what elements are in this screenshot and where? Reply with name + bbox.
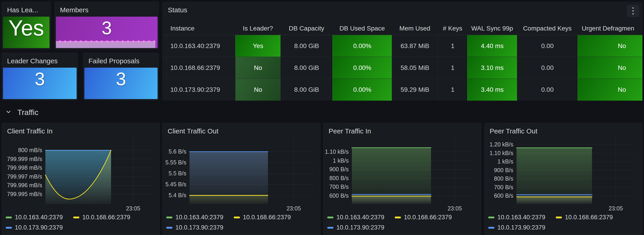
legend-item[interactable]: 10.0.173.90:2379 (6, 224, 69, 231)
stat-background: 3 (84, 68, 158, 99)
legend-series-swatch (234, 217, 240, 218)
table-cell: 0.00% (332, 57, 392, 79)
y-axis-tick-label: 900 B/s (484, 167, 513, 174)
column-header[interactable]: # Keys (438, 22, 467, 35)
column-header[interactable]: DB Used Space (332, 22, 392, 35)
table-cell: 8.00 GiB (280, 57, 332, 79)
legend-series-swatch (556, 217, 562, 218)
x-axis-tick-label: 23:05 (276, 205, 312, 212)
legend-item[interactable]: 10.0.163.40:2379 (166, 214, 230, 221)
legend-series-name: 10.0.173.90:2379 (175, 224, 223, 231)
panel-title: Leader Changes (7, 57, 58, 65)
table-cell: 8.00 GiB (280, 35, 332, 57)
legend-series-swatch (327, 217, 334, 218)
table-cell: 59.29 MiB (392, 79, 438, 101)
y-axis-tick-label: 1 kB/s (484, 158, 513, 165)
table-cell: 3.40 ms (467, 79, 517, 101)
table-cell: No (578, 57, 642, 79)
table-body: 10.0.163.40:2379Yes8.00 GiB0.00%63.87 Mi… (163, 35, 642, 100)
table-header-row: InstanceIs Leader?DB CapacityDB Used Spa… (163, 22, 642, 35)
legend-item[interactable]: 10.0.163.40:2379 (327, 214, 391, 221)
y-axis-tick-label: 1 kB/s (324, 157, 349, 164)
legend-series-swatch (166, 227, 172, 229)
chart-panel-client-traffic-in: Client Traffic In 800 mB/s799.999 mB/s79… (2, 123, 160, 235)
table-row: 10.0.163.40:2379Yes8.00 GiB0.00%63.87 Mi… (163, 35, 642, 57)
column-header[interactable]: WAL Sync 99p (467, 22, 517, 35)
column-header[interactable]: Instance (163, 22, 235, 35)
legend: 10.0.163.40:237910.0.168.66:237910.0.173… (6, 214, 136, 234)
y-axis-tick-label: 900 B/s (324, 166, 349, 173)
legend-series-name: 10.0.168.66:2379 (243, 214, 291, 221)
column-header[interactable]: DB Capacity (280, 22, 332, 35)
column-header[interactable]: Compacted Keys (517, 22, 578, 35)
x-axis-tick-label: 23:05 (436, 205, 473, 212)
y-axis-tick-label: 5.45 B/s (162, 181, 186, 188)
table-cell: 0.00% (332, 35, 392, 57)
table-cell: 10.0.173.90:2379 (163, 79, 235, 101)
legend-item[interactable]: 10.0.168.66:2379 (234, 214, 297, 221)
legend-series-name: 10.0.173.90:2379 (336, 224, 384, 231)
legend-item[interactable]: 10.0.163.40:2379 (488, 214, 552, 221)
y-axis-tick-label: 5.4 B/s (162, 192, 186, 199)
stat-background: 3 (56, 17, 158, 48)
table-cell: No (578, 35, 642, 57)
y-axis-tick-label: 799.999 mB/s (2, 156, 42, 162)
legend-item[interactable]: 10.0.168.66:2379 (73, 214, 136, 221)
table-cell: 58.05 MiB (392, 57, 438, 79)
y-axis-tick-label: 5.6 B/s (162, 148, 186, 155)
legend-series-swatch (327, 227, 334, 229)
legend-series-swatch (395, 217, 401, 218)
legend-item[interactable]: 10.0.173.90:2379 (488, 224, 552, 231)
legend: 10.0.163.40:237910.0.168.66:237910.0.173… (166, 214, 297, 234)
table-cell: 10.0.168.66:2379 (163, 57, 235, 79)
stat-background: Yes (3, 17, 50, 48)
stat-panel-leader-changes: Leader Changes 3 (2, 53, 78, 100)
panel-title: Peer Traffic In (328, 127, 371, 135)
legend: 10.0.163.40:237910.0.168.66:237910.0.173… (327, 214, 458, 234)
stat-value: 3 (116, 70, 126, 97)
y-axis-tick-label: 700 B/s (484, 184, 513, 191)
kebab-menu-icon[interactable] (627, 5, 639, 17)
legend-item[interactable]: 10.0.168.66:2379 (395, 214, 458, 221)
legend-series-name: 10.0.163.40:2379 (175, 214, 223, 221)
table-cell: 3.10 ms (467, 57, 517, 79)
table-cell: No (578, 79, 642, 101)
y-axis-tick-label: 5.55 B/s (162, 159, 186, 166)
table-row: 10.0.168.66:2379No8.00 GiB0.00%58.05 MiB… (163, 57, 642, 79)
legend-item[interactable]: 10.0.173.90:2379 (327, 224, 391, 231)
table-cell: 1 (438, 57, 467, 79)
panel-title: Peer Traffic Out (490, 127, 538, 135)
legend-series-name: 10.0.173.90:2379 (15, 224, 63, 231)
stat-panel-members: Members 3 (55, 2, 159, 49)
column-header[interactable]: Urgent Defragmen (578, 22, 642, 35)
legend-series-name: 10.0.163.40:2379 (497, 214, 545, 221)
table-cell: 4.40 ms (467, 35, 517, 57)
legend-item[interactable]: 10.0.168.66:2379 (556, 214, 619, 221)
table-row: 10.0.173.90:2379No8.00 GiB0.00%59.29 MiB… (163, 79, 642, 101)
legend-series-swatch (6, 227, 12, 229)
stat-panel-failed-proposals: Failed Proposals 3 (83, 53, 159, 100)
y-axis-tick-label: 1.10 kB/s (484, 150, 513, 156)
panel-title: Status (168, 6, 187, 14)
section-title: Traffic (17, 108, 38, 117)
legend-series-swatch (166, 217, 172, 218)
legend-series-swatch (488, 217, 494, 218)
table-cell: 0.00 (517, 79, 578, 101)
column-header[interactable]: Mem Used (392, 22, 438, 35)
legend-item[interactable]: 10.0.163.40:2379 (6, 214, 69, 221)
table-cell: 1 (438, 79, 467, 101)
legend-series-name: 10.0.168.66:2379 (404, 214, 452, 221)
section-row-traffic[interactable]: Traffic (2, 104, 642, 120)
sparkline (56, 41, 155, 48)
table-cell: 63.87 MiB (392, 35, 438, 57)
x-axis-tick-label: 23:05 (598, 205, 634, 212)
column-header[interactable]: Is Leader? (235, 22, 280, 35)
stat-value: 3 (35, 70, 45, 97)
table-cell: Yes (235, 35, 280, 57)
chart-panel-peer-traffic-in: Peer Traffic In 1.10 kB/s1 kB/s900 B/s80… (323, 123, 481, 235)
y-axis-tick-label: 5.5 B/s (162, 170, 186, 177)
y-axis-tick-label: 800 B/s (484, 175, 513, 182)
panel-title: Client Traffic In (7, 127, 53, 135)
legend-item[interactable]: 10.0.173.90:2379 (166, 224, 230, 231)
stat-panel-has-leader: Has Lea... Yes (2, 2, 51, 49)
